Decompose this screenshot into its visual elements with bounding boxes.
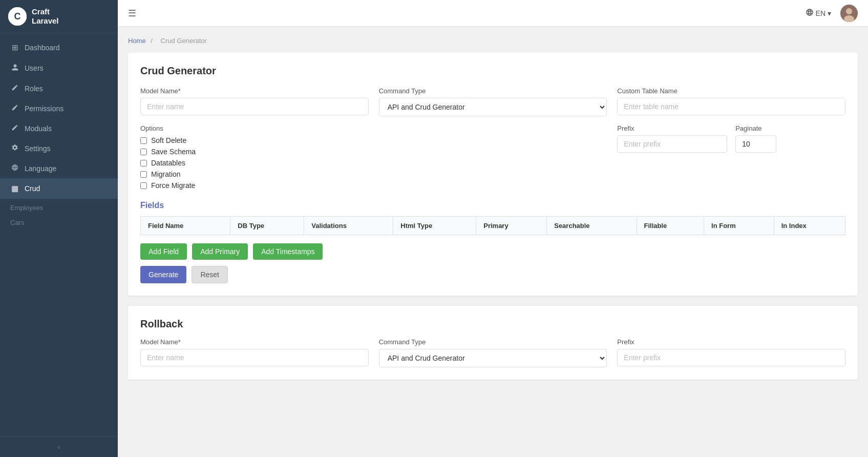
form-row-2: Options Soft Delete Save Schema Datatabl… (140, 124, 845, 193)
roles-icon (10, 84, 19, 93)
migration-label: Migration (151, 170, 181, 178)
generate-button[interactable]: Generate (140, 266, 186, 283)
th-primary: Primary (476, 217, 547, 235)
prefix-paginate-area: Prefix Paginate (617, 124, 845, 153)
breadcrumb-separator: / (151, 37, 153, 45)
svg-point-3 (846, 8, 852, 14)
th-fillable: Fillable (637, 217, 704, 235)
sidebar-navigation: ⊞ Dashboard Users Roles Permissions Mo (0, 33, 118, 436)
sidebar-item-cars[interactable]: Cars (0, 214, 118, 228)
sidebar-item-language[interactable]: Language (0, 158, 118, 178)
force-migrate-label: Force Migrate (151, 181, 195, 190)
svg-text:C: C (14, 11, 21, 22)
language-icon (10, 164, 19, 173)
hamburger-menu[interactable]: ☰ (128, 8, 136, 19)
reset-button[interactable]: Reset (192, 266, 228, 283)
collapse-icon: ‹ (58, 443, 60, 451)
force-migrate-checkbox[interactable] (140, 182, 147, 189)
sidebar-item-roles[interactable]: Roles (0, 78, 118, 98)
options-group: Options Soft Delete Save Schema Datatabl… (140, 124, 369, 193)
form-row-1: Model Name* Command Type API and Crud Ge… (140, 87, 845, 116)
soft-delete-checkbox[interactable] (140, 137, 147, 144)
language-selector[interactable]: EN ▾ (801, 6, 835, 20)
chevron-down-icon: ▾ (828, 9, 831, 17)
add-primary-button[interactable]: Add Primary (192, 243, 248, 260)
paginate-group: Paginate (735, 124, 845, 153)
migration-checkbox[interactable] (140, 171, 147, 178)
permissions-icon (10, 104, 19, 113)
rollback-title: Rollback (140, 318, 845, 330)
prefix-group: Prefix (617, 124, 727, 153)
checkbox-save-schema[interactable]: Save Schema (140, 148, 369, 156)
checkbox-datatables[interactable]: Datatables (140, 159, 369, 167)
add-field-button[interactable]: Add Field (140, 243, 187, 260)
prefix-paginate-row: Prefix Paginate (617, 124, 845, 153)
main-content: ☰ EN ▾ Home / Crud Gene (118, 0, 868, 457)
breadcrumb-current: Crud Generator (161, 37, 207, 45)
datatables-label: Datatables (151, 159, 185, 167)
sidebar-item-permissions[interactable]: Permissions (0, 98, 118, 118)
command-type-group: Command Type API and Crud Generator Crud… (379, 87, 607, 116)
th-validations: Validations (304, 217, 393, 235)
checkbox-migration[interactable]: Migration (140, 170, 369, 178)
datatables-checkbox[interactable] (140, 160, 147, 167)
logo-icon: C (8, 7, 27, 26)
th-field-name: Field Name (141, 217, 230, 235)
sidebar-item-crud[interactable]: ▦ Crud (0, 178, 118, 199)
sidebar-item-settings[interactable]: Settings (0, 138, 118, 158)
th-in-form: In Form (704, 217, 774, 235)
sidebar-collapse-btn[interactable]: ‹ (0, 436, 118, 457)
rollback-command-label: Command Type (379, 338, 607, 346)
topbar: ☰ EN ▾ (118, 0, 868, 27)
rollback-command-group: Command Type API and Crud Generator Crud… (379, 338, 607, 367)
page-title: Crud Generator (140, 65, 845, 77)
rollback-model-label: Model Name* (140, 338, 369, 346)
logo-text: Craft Laravel (32, 7, 59, 26)
add-timestamps-button[interactable]: Add Timestamps (253, 243, 323, 260)
custom-table-label: Custom Table Name (617, 87, 845, 95)
users-icon (10, 64, 19, 73)
prefix-label: Prefix (617, 124, 727, 132)
page-content: Home / Crud Generator Crud Generator Mod… (118, 27, 868, 457)
rollback-command-select[interactable]: API and Crud Generator Crud Generator On… (379, 349, 607, 367)
th-db-type: DB Type (230, 217, 304, 235)
crud-icon: ▦ (10, 184, 19, 193)
rollback-model-group: Model Name* (140, 338, 369, 367)
globe-icon (806, 8, 814, 18)
rollback-prefix-input[interactable] (617, 349, 845, 366)
fields-title: Fields (140, 201, 845, 210)
rollback-model-input[interactable] (140, 349, 369, 366)
th-searchable: Searchable (547, 217, 637, 235)
command-type-select[interactable]: API and Crud Generator Crud Generator On… (379, 98, 607, 116)
sidebar-item-users[interactable]: Users (0, 58, 118, 78)
moduals-icon (10, 124, 19, 133)
user-avatar[interactable] (840, 5, 858, 22)
fields-action-buttons: Add Field Add Primary Add Timestamps (140, 243, 845, 260)
sidebar-item-dashboard[interactable]: ⊞ Dashboard (0, 37, 118, 58)
save-schema-label: Save Schema (151, 148, 196, 156)
sidebar-item-moduals[interactable]: Moduals (0, 118, 118, 138)
rollback-prefix-group: Prefix (617, 338, 845, 367)
breadcrumb-home[interactable]: Home (128, 37, 146, 45)
model-name-input[interactable] (140, 98, 369, 115)
sidebar: C Craft Laravel ⊞ Dashboard Users Roles (0, 0, 118, 457)
language-label: EN (816, 9, 825, 17)
soft-delete-label: Soft Delete (151, 136, 186, 144)
sidebar-item-employees[interactable]: Employees (0, 199, 118, 214)
model-name-label: Model Name* (140, 87, 369, 95)
checkbox-soft-delete[interactable]: Soft Delete (140, 136, 369, 144)
sidebar-logo: C Craft Laravel (0, 0, 118, 33)
prefix-input[interactable] (617, 135, 727, 153)
th-in-index: In Index (774, 217, 845, 235)
fields-section: Fields Field Name DB Type Validations Ht… (140, 201, 845, 283)
options-label: Options (140, 124, 369, 132)
save-schema-checkbox[interactable] (140, 149, 147, 155)
model-name-group: Model Name* (140, 87, 369, 115)
settings-icon (10, 144, 19, 153)
checkbox-force-migrate[interactable]: Force Migrate (140, 181, 369, 190)
topbar-right: EN ▾ (801, 5, 858, 22)
generate-reset-buttons: Generate Reset (140, 266, 845, 283)
custom-table-group: Custom Table Name (617, 87, 845, 115)
custom-table-input[interactable] (617, 98, 845, 115)
paginate-input[interactable] (735, 135, 776, 153)
